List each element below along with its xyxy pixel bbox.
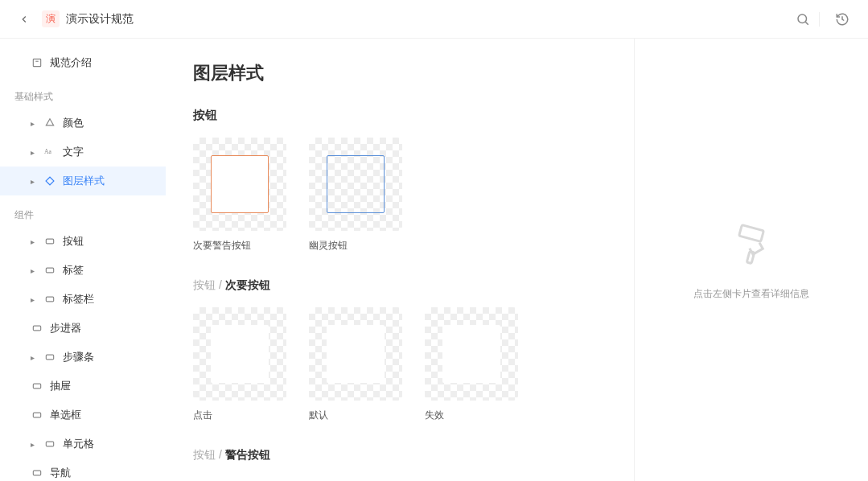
page-title-header: 演示设计规范: [66, 12, 134, 27]
card-row-button: 次要警告按钮 幽灵按钮: [193, 138, 608, 253]
card-thumb: [193, 138, 286, 231]
card-ghost-button[interactable]: 幽灵按钮: [309, 138, 402, 253]
chevron-right-icon: ▸: [31, 440, 40, 449]
doc-icon: [31, 56, 43, 69]
sidebar-item-label: 颜色: [63, 116, 84, 130]
sidebar-item-stepper[interactable]: 步进器: [0, 314, 166, 343]
subsection-title-warning: 按钮 / 警告按钮: [193, 448, 608, 462]
diamond-icon: [43, 175, 56, 187]
card-thumb: [425, 307, 518, 401]
component-icon: [31, 467, 43, 479]
chevron-right-icon: ▸: [31, 295, 40, 304]
subsection-name: 次要按钮: [225, 278, 270, 291]
subsection-prefix: 按钮 /: [193, 278, 225, 291]
card-row-secondary: 点击 默认 失效: [193, 307, 608, 422]
svg-rect-13: [46, 442, 53, 446]
palette-icon: [43, 117, 56, 130]
sidebar-item-label: 步进器: [50, 321, 81, 335]
chevron-right-icon: ▸: [31, 148, 40, 157]
subsection-prefix: 按钮 /: [193, 448, 225, 461]
sidebar-item-label: 标签: [63, 263, 84, 278]
svg-rect-16: [747, 251, 754, 263]
header-bar: 演 演示设计规范: [0, 0, 868, 39]
component-icon: [43, 438, 56, 450]
history-icon[interactable]: [833, 10, 852, 29]
section-title-button: 按钮: [193, 108, 608, 123]
sidebar-item-label: 规范介绍: [50, 56, 92, 70]
component-icon: [43, 351, 56, 364]
sidebar-item-radio[interactable]: 单选框: [0, 401, 166, 430]
card-thumb: [309, 138, 402, 231]
card-disabled[interactable]: 失效: [425, 307, 518, 422]
svg-rect-9: [33, 326, 40, 331]
card-label: 次要警告按钮: [193, 239, 286, 253]
sidebar-item-label: 图层样式: [63, 174, 105, 188]
sidebar-item-layer-style[interactable]: ▸ 图层样式: [0, 166, 166, 195]
sidebar-section-component: 组件: [0, 208, 166, 222]
page-title: 图层样式: [193, 61, 608, 85]
doc-type-badge: 演: [42, 10, 60, 27]
subsection-name: 警告按钮: [225, 448, 270, 461]
component-icon: [31, 322, 43, 335]
card-label: 点击: [193, 409, 286, 422]
card-label: 幽灵按钮: [309, 239, 402, 253]
svg-rect-7: [46, 268, 53, 273]
sidebar-item-label: 单元格: [63, 437, 94, 451]
chevron-right-icon: ▸: [31, 266, 40, 275]
sidebar-item-steps[interactable]: ▸ 步骤条: [0, 343, 166, 372]
back-button[interactable]: [16, 11, 32, 27]
svg-rect-14: [33, 471, 40, 475]
svg-rect-2: [33, 59, 40, 66]
content-area: 图层样式 按钮 次要警告按钮 幽灵按钮 按钮 / 次要按钮 点击 默认: [167, 39, 635, 481]
sidebar-item-tabbar[interactable]: ▸ 标签栏: [0, 285, 166, 314]
chevron-right-icon: ▸: [31, 237, 40, 246]
card-label: 默认: [309, 409, 402, 422]
sidebar-item-label: 步骤条: [63, 350, 94, 364]
sidebar-item-intro[interactable]: 规范介绍: [0, 48, 166, 77]
svg-rect-15: [739, 224, 764, 241]
paint-roller-icon: [726, 220, 777, 271]
svg-line-1: [805, 22, 808, 24]
sidebar-item-text[interactable]: ▸ Aa 文字: [0, 138, 166, 166]
svg-rect-10: [46, 355, 53, 360]
sidebar-item-label: 导航: [50, 466, 71, 480]
sidebar-item-label: 抽屉: [50, 379, 71, 393]
chevron-right-icon: ▸: [31, 177, 40, 186]
detail-panel: 点击左侧卡片查看详细信息: [635, 39, 868, 481]
sidebar-item-label: 按钮: [63, 234, 84, 249]
text-icon: Aa: [43, 146, 56, 158]
card-thumb: [309, 307, 402, 401]
card-label: 失效: [425, 409, 518, 422]
sidebar: 规范介绍 基础样式 ▸ 颜色 ▸ Aa 文字 ▸ 图层样式 组件 ▸: [0, 39, 167, 481]
sidebar-item-tag[interactable]: ▸ 标签: [0, 256, 166, 285]
sidebar-item-nav[interactable]: 导航: [0, 458, 166, 481]
svg-rect-11: [33, 384, 40, 388]
component-icon: [43, 264, 56, 277]
sidebar-item-drawer[interactable]: 抽屉: [0, 372, 166, 401]
chevron-right-icon: ▸: [31, 119, 40, 128]
svg-text:Aa: Aa: [44, 148, 51, 155]
svg-rect-12: [33, 413, 40, 417]
component-icon: [31, 380, 43, 393]
card-click[interactable]: 点击: [193, 307, 286, 422]
svg-rect-5: [46, 177, 54, 185]
sidebar-item-label: 文字: [63, 145, 84, 159]
sidebar-item-cell[interactable]: ▸ 单元格: [0, 430, 166, 458]
svg-point-0: [798, 14, 807, 23]
card-default[interactable]: 默认: [309, 307, 402, 422]
component-icon: [31, 409, 43, 421]
subsection-title-secondary: 按钮 / 次要按钮: [193, 278, 608, 293]
card-warn-button[interactable]: 次要警告按钮: [193, 138, 286, 253]
sidebar-item-button[interactable]: ▸ 按钮: [0, 227, 166, 256]
card-thumb: [193, 307, 286, 401]
component-icon: [43, 293, 56, 306]
svg-rect-8: [46, 297, 53, 302]
component-icon: [43, 235, 56, 248]
sidebar-section-basic: 基础样式: [0, 90, 166, 104]
header-divider: [819, 12, 820, 27]
svg-rect-6: [46, 239, 53, 244]
search-icon[interactable]: [793, 10, 812, 29]
sidebar-item-color[interactable]: ▸ 颜色: [0, 109, 166, 138]
sidebar-item-label: 标签栏: [63, 292, 94, 306]
detail-hint: 点击左侧卡片查看详细信息: [693, 287, 809, 301]
